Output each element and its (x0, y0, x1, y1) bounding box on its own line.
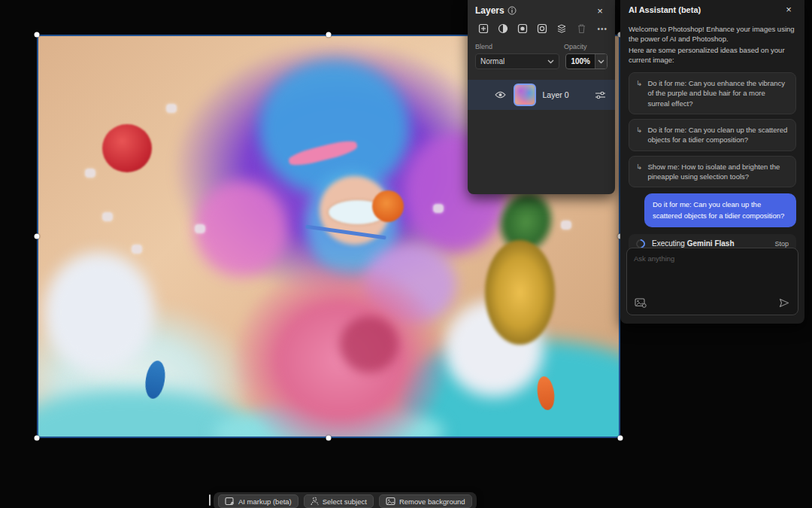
selection-handle-bottom-left[interactable] (35, 436, 40, 441)
info-icon[interactable] (504, 3, 520, 18)
welcome-message: Welcome to Photoshop! Enhance your image… (629, 24, 796, 65)
art-shirt-left (44, 252, 155, 373)
selection-handle-top-center[interactable] (326, 32, 332, 38)
chevron-down-icon (547, 59, 554, 64)
art-crystal (102, 212, 113, 221)
chevron-down-icon (595, 54, 607, 68)
close-icon[interactable]: × (781, 2, 796, 17)
blend-label: Blend (475, 43, 492, 50)
stop-button[interactable]: Stop (774, 240, 789, 248)
art-crystal (132, 245, 142, 254)
art-crystal (195, 224, 205, 233)
suggestion-chip[interactable]: ↳ Do it for me: Can you clean up the sca… (629, 119, 796, 151)
opacity-select[interactable]: 100% (565, 53, 607, 69)
status-prefix: Executing (652, 239, 687, 248)
ai-panel-header: AI Assistant (beta) × (629, 4, 796, 15)
ai-markup-icon (225, 497, 235, 506)
art-crystal (166, 104, 177, 113)
suggestion-chip[interactable]: ↳ Do it for me: Can you enhance the vibr… (629, 72, 796, 114)
remove-background-button[interactable]: Remove background (379, 494, 472, 508)
group-layers-icon[interactable] (553, 21, 570, 36)
art-pomegranate (102, 124, 152, 172)
select-subject-button[interactable]: Select subject (304, 494, 374, 508)
selection-handle-bottom-center[interactable] (326, 436, 332, 441)
layer-row[interactable]: Layer 0 (468, 80, 615, 110)
button-label: Remove background (399, 497, 465, 506)
suggestion-text: Do it for me: Can you enhance the vibran… (647, 78, 789, 108)
art-crystal (561, 221, 571, 230)
selection-handle-bottom-right[interactable] (618, 436, 623, 441)
layers-panel-title: Layers (475, 5, 504, 16)
suggestion-text: Do it for me: Can you clean up the scatt… (647, 125, 789, 145)
selection-handle-mid-left[interactable] (35, 234, 40, 239)
art-fur-spot (340, 316, 398, 372)
reply-arrow-icon: ↳ (636, 125, 642, 145)
image-icon (386, 497, 395, 506)
reply-arrow-icon: ↳ (636, 162, 642, 182)
layers-panel: Layers × • (468, 0, 615, 194)
layers-panel-header: Layers × (475, 5, 607, 17)
suggestion-list: ↳ Do it for me: Can you enhance the vibr… (629, 72, 796, 187)
selection-handle-top-left[interactable] (35, 32, 40, 38)
layer-visibility-eye-icon[interactable] (492, 87, 508, 102)
send-icon[interactable] (777, 295, 792, 310)
close-icon[interactable]: × (592, 3, 607, 18)
model-name: Gemini Flash (687, 239, 735, 248)
blend-opacity-row: Normal 100% (475, 53, 607, 69)
ai-panel-title: AI Assistant (beta) (629, 5, 701, 14)
art-crystal (85, 169, 95, 178)
layers-toolbar: ••• (475, 21, 607, 36)
ai-assistant-panel: AI Assistant (beta) × Welcome to Photosh… (620, 0, 804, 324)
adjustment-layer-icon[interactable] (495, 21, 511, 36)
layer-thumbnail[interactable] (514, 84, 536, 106)
suggestion-chip[interactable]: ↳ Show me: How to isolate and brighten t… (629, 156, 796, 188)
delete-layer-icon[interactable] (573, 21, 589, 36)
clipping-mask-icon[interactable] (534, 21, 550, 36)
blend-mode-value: Normal (480, 57, 504, 65)
art-crystal (433, 204, 444, 213)
user-message-bubble: Do it for me: Can you clean up the scatt… (644, 193, 796, 227)
add-layer-icon[interactable] (475, 21, 492, 36)
ai-markup-button[interactable]: AI markup (beta) (218, 494, 298, 508)
person-icon (311, 497, 319, 506)
layer-properties-icon[interactable] (592, 87, 607, 102)
art-pineapple (485, 240, 555, 344)
layer-name[interactable]: Layer 0 (542, 90, 568, 99)
welcome-line: Here are some personalized ideas based o… (629, 45, 796, 65)
welcome-line: Welcome to Photoshop! Enhance your image… (629, 24, 796, 44)
button-label: Select subject (323, 497, 367, 506)
layer-mask-icon[interactable] (514, 21, 531, 36)
blend-opacity-labels: Blend Opacity (475, 43, 607, 50)
taskbar-handle[interactable] (209, 494, 211, 506)
reply-arrow-icon: ↳ (636, 78, 642, 108)
photoshop-app: Layers × • (0, 0, 812, 508)
opacity-label: Opacity (564, 43, 607, 50)
opacity-value: 100% (566, 57, 595, 65)
button-label: AI markup (beta) (238, 497, 292, 506)
contextual-taskbar: AI markup (beta) Select subject Remove b… (214, 492, 477, 508)
suggestion-text: Show me: How to isolate and brighten the… (647, 162, 789, 182)
art-hair-pink (195, 181, 288, 277)
status-text: Executing Gemini Flash (652, 239, 735, 248)
prompt-input-card (626, 248, 798, 315)
add-media-icon[interactable] (633, 295, 648, 310)
blend-mode-select[interactable]: Normal (475, 53, 559, 69)
more-options-icon[interactable]: ••• (597, 25, 607, 33)
prompt-input[interactable] (634, 254, 791, 295)
